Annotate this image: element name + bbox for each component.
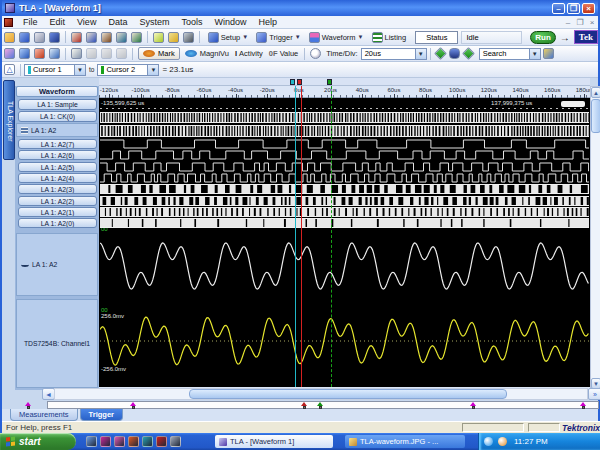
cursor-flag[interactable] [290, 79, 295, 85]
channel-label[interactable]: LA 1: A2 [16, 123, 98, 137]
menu-item-file[interactable]: File [17, 16, 44, 28]
cursor1-combo[interactable]: Cursor 1▼ [24, 64, 86, 76]
quick-launch-icon-7[interactable] [170, 436, 181, 447]
listing-button[interactable]: Listing [367, 31, 410, 44]
quick-launch-icon-5[interactable] [142, 436, 153, 447]
quick-launch-icon-1[interactable] [86, 436, 97, 447]
search-prev-icon[interactable] [434, 47, 447, 60]
cursor-flag[interactable] [327, 79, 332, 85]
taskbar-button-tla[interactable]: TLA - [Waveform 1] [215, 435, 333, 448]
vertical-scrollbar[interactable]: ▲ ▼ [590, 86, 600, 390]
quick-launch-icon-3[interactable] [114, 436, 125, 447]
menu-item-view[interactable]: View [71, 16, 102, 28]
inspect-icon[interactable] [34, 48, 45, 59]
cut-icon[interactable] [86, 48, 97, 59]
tray-icon-2[interactable] [498, 437, 507, 446]
value-button[interactable]: 0FValue [266, 48, 301, 59]
sample-left-value: -135,599,625 us [101, 100, 144, 106]
mark-button[interactable]: Mark [138, 47, 180, 60]
listing-window-icon[interactable] [131, 32, 142, 43]
child-close-button[interactable]: × [586, 17, 598, 28]
expand-corner-button[interactable]: » [588, 388, 600, 400]
zoom-icon[interactable] [310, 48, 321, 59]
hammer-icon[interactable] [183, 32, 194, 43]
quick-launch-icon-4[interactable] [128, 436, 139, 447]
channel-label[interactable]: LA 1: CK(0) [18, 111, 97, 122]
waveform-display[interactable]: -135,599,625 us 137,999,375 us 00 00 256… [99, 98, 590, 387]
search-next-icon[interactable] [462, 47, 475, 60]
magnivu-button[interactable]: MagniVu [182, 48, 232, 59]
quick-launch-icon-2[interactable] [100, 436, 111, 447]
copy-icon[interactable] [101, 48, 112, 59]
tab-measurements[interactable]: Measurements [10, 409, 78, 421]
child-window-icon[interactable] [4, 18, 13, 27]
menu-item-window[interactable]: Window [208, 16, 252, 28]
key-icon[interactable] [168, 32, 179, 43]
channel-label[interactable]: LA 1: A2(1) [18, 207, 97, 217]
taskbar-button-image[interactable]: TLA-waveform.JPG - ... [345, 435, 465, 448]
scope-channel-label[interactable]: TDS7254B: Channel1 [16, 299, 98, 388]
menu-item-edit[interactable]: Edit [44, 16, 72, 28]
flag-icon[interactable] [19, 48, 30, 59]
cursor-line-cursor-2[interactable] [331, 86, 332, 387]
delta-time-icon[interactable]: △ [4, 64, 15, 75]
channel-label[interactable]: LA 1: Sample [18, 99, 97, 110]
screen-icon[interactable] [49, 32, 60, 43]
scroll-up-button[interactable]: ▲ [591, 87, 600, 98]
delta-draw-icon[interactable] [49, 48, 60, 59]
channel-label[interactable]: LA 1: A2(2) [18, 196, 97, 206]
quick-launch-icon-6[interactable] [156, 436, 167, 447]
cursor-line-trigger[interactable] [301, 86, 302, 387]
status-button[interactable]: Status [415, 31, 458, 44]
horizontal-scroll-thumb[interactable] [189, 389, 507, 399]
restore-button[interactable]: ❐ [567, 3, 580, 14]
minimize-button[interactable]: – [552, 3, 565, 14]
run-button[interactable]: Run [530, 31, 555, 44]
channel-label[interactable]: LA 1: A2(0) [18, 218, 97, 228]
child-restore-button[interactable]: ❐ [574, 17, 586, 28]
binoculars-icon[interactable] [449, 48, 460, 59]
time-ruler[interactable]: -120us-100us-80us-60us-40us-20us0us20us4… [99, 86, 590, 98]
menu-item-help[interactable]: Help [252, 16, 283, 28]
tab-trigger[interactable]: Trigger [80, 409, 123, 421]
waveform-window-icon[interactable] [116, 32, 127, 43]
setup-window-icon[interactable] [86, 32, 97, 43]
tla-explorer-tab[interactable]: TLA Explorer [3, 80, 15, 160]
channel-label[interactable]: LA 1: A2(7) [18, 139, 97, 149]
search-options-icon[interactable] [543, 48, 554, 59]
waveform-button[interactable]: Waveform▼ [304, 31, 367, 44]
tray-icon-1[interactable] [484, 437, 493, 446]
cursor-flag[interactable] [297, 79, 302, 85]
menu-item-data[interactable]: Data [102, 16, 133, 28]
channel-label[interactable]: LA 1: A2(3) [18, 184, 97, 194]
cursor-line-cursor-1[interactable] [295, 86, 296, 387]
search-combo[interactable]: Search▼ [479, 48, 541, 60]
trigger-button[interactable]: Trigger▼ [251, 31, 303, 44]
menu-item-tools[interactable]: Tools [175, 16, 208, 28]
vertical-scroll-thumb[interactable] [591, 99, 600, 133]
cursor2-combo[interactable]: Cursor 2▼ [97, 64, 159, 76]
open-folder-icon[interactable] [4, 32, 15, 43]
channel-label[interactable]: LA 1: A2(6) [18, 150, 97, 160]
start-button[interactable]: start [0, 433, 76, 450]
save-icon[interactable] [19, 32, 30, 43]
status-panel-1 [462, 423, 524, 432]
print-icon[interactable] [34, 32, 45, 43]
channel-label[interactable]: LA 1: A2(5) [18, 162, 97, 172]
trigger-window-icon[interactable] [101, 32, 112, 43]
highlight-pen-icon[interactable] [153, 32, 164, 43]
setup-button[interactable]: Setup▼ [203, 31, 252, 44]
analog-channel-label[interactable]: LA 1: A2 [16, 233, 98, 296]
paste-icon[interactable] [116, 48, 127, 59]
activity-button[interactable]: IActivity [232, 48, 266, 59]
menu-item-system[interactable]: System [133, 16, 175, 28]
system-window-icon[interactable] [71, 32, 82, 43]
properties-icon[interactable] [71, 48, 82, 59]
child-minimize-button[interactable]: – [562, 17, 574, 28]
mark-overview-track[interactable] [47, 401, 599, 409]
channel-label[interactable]: LA 1: A2(4) [18, 173, 97, 183]
close-button[interactable]: × [582, 3, 595, 14]
split-window-icon[interactable] [4, 48, 15, 59]
timediv-combo[interactable]: 20us▼ [361, 48, 427, 60]
cursor-flag-strip[interactable] [99, 78, 590, 86]
